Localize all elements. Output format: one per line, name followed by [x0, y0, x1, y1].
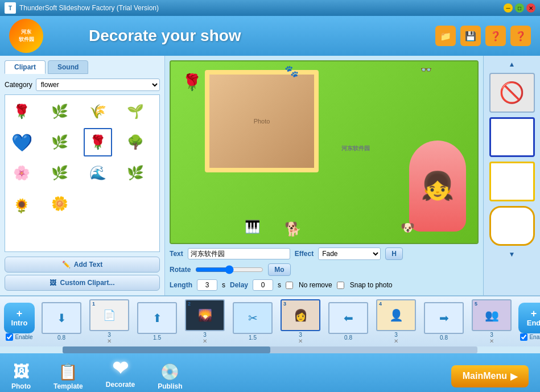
list-item[interactable]: 🌼 [46, 189, 74, 218]
slide-thumb-1[interactable]: 1 📄 [89, 299, 129, 331]
page-title: Decorate your show [89, 27, 241, 45]
slide-delete-3[interactable]: ✕ [203, 338, 207, 344]
list-item[interactable]: 🌿 [46, 97, 74, 126]
mo-button[interactable]: Mo [268, 263, 290, 276]
slide-num-9: 5 [475, 301, 477, 307]
end-button[interactable]: + End [518, 303, 540, 333]
slide-item-5: 3 👩 3 ✕ [278, 299, 323, 344]
custom-clipart-button[interactable]: 🖼 Custom Clipart... [5, 275, 160, 291]
timeline: + Intro Enable ⬇ 0.8 1 📄 3 ✕ ⬆ 1.5 2 � [0, 295, 540, 346]
arrow-up-icon: ⬆ [152, 311, 162, 325]
category-select[interactable]: flower [36, 79, 160, 91]
list-item[interactable]: 💙 [7, 128, 36, 156]
end-enable-checkbox[interactable] [520, 333, 527, 341]
tab-sound[interactable]: Sound [48, 60, 88, 74]
frame-blue[interactable] [489, 117, 535, 157]
help-button[interactable]: ❓ [485, 26, 506, 46]
frame-cloud[interactable] [489, 206, 535, 246]
slide-thumb-5[interactable]: 3 👩 [281, 299, 320, 331]
timeline-intro: + Intro Enable [2, 303, 36, 341]
titlebar-controls: ─ □ ✕ [504, 3, 535, 13]
scroll-up-arrow[interactable]: ▲ [509, 60, 516, 68]
timeline-scrollbar[interactable] [63, 346, 477, 353]
snap-to-photo-checkbox[interactable] [337, 282, 344, 289]
timeline-end: + End Enable [517, 303, 540, 341]
slide-delete-1[interactable]: ✕ [107, 338, 112, 344]
slide-item-3: 2 🌄 3 ✕ [182, 299, 228, 344]
maximize-button[interactable]: □ [515, 3, 524, 13]
document-icon: 📄 [103, 309, 116, 321]
slide-num-3: 2 [188, 301, 191, 307]
slide-thumb-6[interactable]: ⬅ [328, 302, 368, 334]
slide-thumb-3[interactable]: 2 🌄 [185, 299, 225, 331]
close-button[interactable]: ✕ [526, 3, 535, 13]
length-label: Length [170, 281, 192, 289]
slide-thumb-2[interactable]: ⬆ [137, 302, 177, 334]
list-item[interactable]: 🌱 [121, 97, 150, 126]
save-button[interactable]: 💾 [460, 26, 481, 46]
preview-flower[interactable]: 🌹 [182, 73, 202, 92]
text-input[interactable] [188, 248, 290, 259]
scroll-down-arrow[interactable]: ▼ [509, 250, 516, 258]
preview-area: Photo 河东软件园 🌹 👧 🐕 🐾 👓 🎹 🐶 [170, 60, 479, 244]
list-item[interactable]: 🌹 [7, 97, 36, 126]
slide-thumb-9[interactable]: 5 👥 [472, 299, 512, 331]
list-item[interactable]: 🌻 [7, 192, 36, 220]
main-menu-button[interactable]: MainMenu ▶ [451, 365, 529, 387]
scissors-icon: ✂ [248, 311, 258, 325]
slide-thumb-7[interactable]: 4 👤 [376, 299, 416, 331]
slide-thumb-8[interactable]: ➡ [424, 302, 464, 334]
tab-bar: Clipart Sound [5, 60, 160, 74]
list-item[interactable]: 🌿 [121, 159, 150, 187]
slide-delete-9[interactable]: ✕ [489, 338, 494, 344]
list-item[interactable]: 🌳 [121, 128, 150, 156]
photo-nav-icon: 🖼 [13, 362, 29, 381]
text-label: Text [170, 250, 183, 258]
tab-clipart[interactable]: Clipart [5, 60, 46, 74]
publish-nav-icon: 💿 [160, 362, 180, 381]
list-item[interactable]: 🌾 [84, 97, 112, 126]
slide-thumb-0[interactable]: ⬇ [42, 302, 81, 334]
folder-button[interactable]: 📁 [435, 26, 456, 46]
end-plus-icon: + [531, 308, 537, 319]
slide-thumb-4[interactable]: ✂ [233, 302, 273, 334]
slide-delete-5[interactable]: ✕ [298, 338, 303, 344]
slide-time-9: 3 [490, 332, 493, 338]
intro-button[interactable]: + Intro [4, 303, 35, 333]
delay-unit: s [278, 281, 281, 289]
list-item[interactable]: 🌹 [84, 128, 112, 156]
no-frame-icon: 🚫 [499, 81, 525, 105]
left-panel: Clipart Sound Category flower 🌹 🌿 🌾 🌱 💙 … [0, 56, 165, 295]
nav-publish[interactable]: 💿 Publish [158, 362, 182, 390]
h-button[interactable]: H [385, 247, 403, 260]
snap-to-photo-label: Snap to photo [350, 281, 393, 289]
nav-photo-label: Photo [11, 382, 31, 390]
list-item[interactable]: 🌸 [7, 159, 36, 187]
list-item[interactable]: 🌿 [46, 159, 74, 187]
add-text-button[interactable]: ✏️ Add Text [5, 257, 160, 273]
effect-select[interactable]: Fade Slide Zoom None [318, 247, 381, 260]
titlebar: T ThunderSoft Slideshow Factory (Trial V… [0, 0, 540, 16]
category-row: Category flower [5, 79, 160, 91]
slide-item-0: ⬇ 0.8 [39, 302, 84, 341]
intro-enable-checkbox[interactable] [6, 333, 13, 341]
frame-disabled[interactable]: 🚫 [489, 73, 535, 113]
nav-photo[interactable]: 🖼 Photo [11, 362, 31, 390]
slide-item-6: ⬅ 0.8 [325, 302, 371, 341]
list-item[interactable]: 🌿 [46, 128, 74, 156]
no-remove-checkbox[interactable] [286, 282, 293, 289]
slide-time-3: 3 [203, 332, 207, 338]
list-item[interactable]: 🌊 [84, 159, 112, 187]
info-button[interactable]: ❓ [510, 26, 531, 46]
slide-delete-7[interactable]: ✕ [394, 338, 398, 344]
nav-template[interactable]: 📋 Template [53, 362, 83, 390]
delay-input[interactable] [253, 279, 273, 291]
nav-decorate[interactable]: ❤ Decorate [106, 357, 135, 390]
header: 河东软件园 Decorate your show 📁 💾 ❓ ❓ [0, 16, 540, 56]
minimize-button[interactable]: ─ [504, 3, 513, 13]
timeline-scroll-handle [63, 346, 270, 353]
landscape-icon: 🌄 [198, 308, 212, 322]
rotate-slider[interactable] [195, 265, 263, 274]
length-input[interactable] [197, 279, 217, 291]
frame-yellow[interactable] [489, 162, 535, 201]
